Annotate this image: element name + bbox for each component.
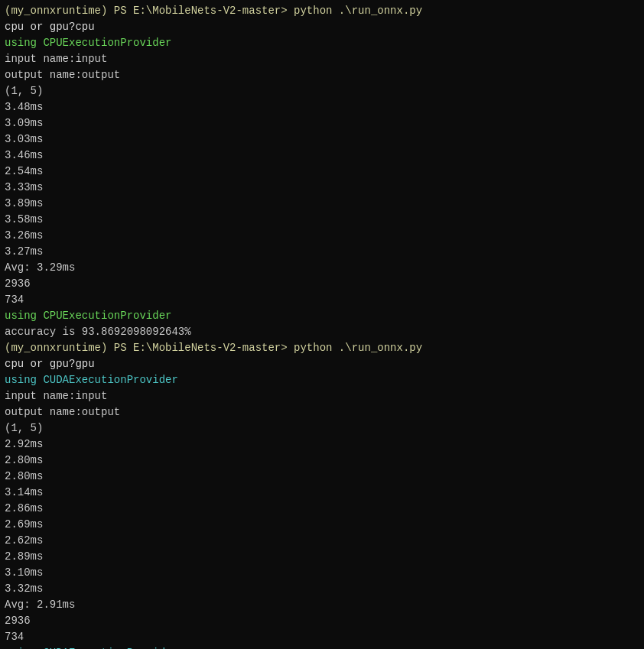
terminal-line: 3.26ms — [5, 228, 639, 244]
terminal-output: (my_onnxruntime) PS E:\MobileNets-V2-mas… — [5, 3, 639, 649]
terminal-line: 2.69ms — [5, 517, 639, 533]
terminal-line: 3.09ms — [5, 115, 639, 131]
terminal-line: input name:input — [5, 388, 639, 404]
terminal-line: 3.89ms — [5, 196, 639, 212]
terminal-line: using CUDAExecutionProvider — [5, 645, 639, 649]
terminal-line: output name:output — [5, 67, 639, 83]
terminal-line: using CPUExecutionProvider — [5, 35, 639, 51]
terminal-window: (my_onnxruntime) PS E:\MobileNets-V2-mas… — [0, 0, 644, 649]
terminal-line: 2.89ms — [5, 549, 639, 565]
terminal-line: 2.80ms — [5, 453, 639, 469]
terminal-line: cpu or gpu?cpu — [5, 19, 639, 35]
terminal-line: input name:input — [5, 51, 639, 67]
terminal-line: (1, 5) — [5, 420, 639, 436]
terminal-line: Avg: 2.91ms — [5, 597, 639, 613]
terminal-line: 3.14ms — [5, 485, 639, 501]
terminal-line: 2.80ms — [5, 469, 639, 485]
terminal-line: 734 — [5, 292, 639, 308]
terminal-line: (my_onnxruntime) PS E:\MobileNets-V2-mas… — [5, 340, 639, 356]
terminal-line: 3.27ms — [5, 244, 639, 260]
terminal-line: 734 — [5, 629, 639, 645]
terminal-line: using CUDAExecutionProvider — [5, 372, 639, 388]
terminal-line: output name:output — [5, 404, 639, 420]
terminal-line: using CPUExecutionProvider — [5, 308, 639, 324]
terminal-line: (1, 5) — [5, 83, 639, 99]
terminal-line: 2936 — [5, 276, 639, 292]
terminal-line: 2.62ms — [5, 533, 639, 549]
terminal-line: cpu or gpu?gpu — [5, 356, 639, 372]
terminal-line: 3.48ms — [5, 99, 639, 115]
terminal-line: 3.10ms — [5, 565, 639, 581]
terminal-line: 2.92ms — [5, 436, 639, 453]
terminal-line: 3.03ms — [5, 131, 639, 148]
terminal-line: 3.58ms — [5, 212, 639, 228]
terminal-line: (my_onnxruntime) PS E:\MobileNets-V2-mas… — [5, 3, 639, 19]
terminal-line: Avg: 3.29ms — [5, 260, 639, 276]
terminal-line: 2936 — [5, 613, 639, 629]
terminal-line: 2.86ms — [5, 501, 639, 517]
terminal-line: 3.33ms — [5, 180, 639, 196]
terminal-line: 3.32ms — [5, 581, 639, 597]
terminal-line: 3.46ms — [5, 148, 639, 164]
terminal-line: 2.54ms — [5, 164, 639, 180]
terminal-line: accuracy is 93.8692098092643% — [5, 324, 639, 340]
